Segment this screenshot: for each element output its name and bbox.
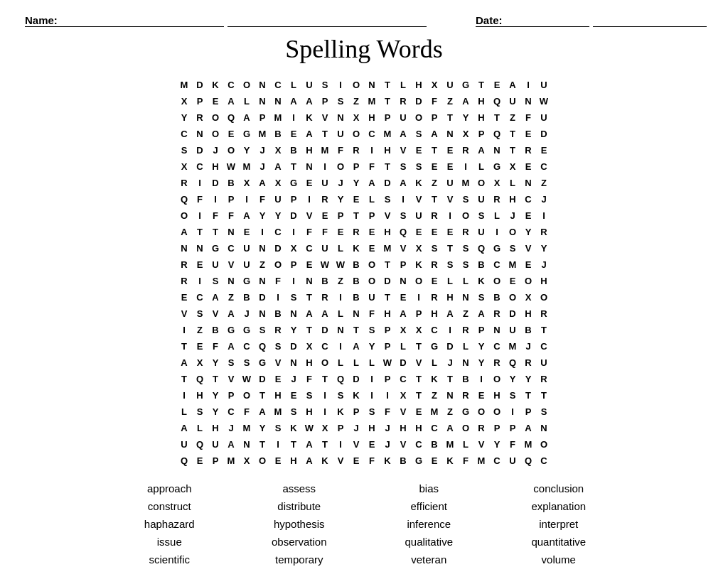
grid-cell: A (301, 93, 317, 109)
grid-cell: B (348, 256, 364, 272)
grid-cell: A (505, 77, 520, 92)
grid-cell: A (223, 305, 239, 321)
grid-cell: M (458, 175, 473, 190)
grid-cell: M (520, 436, 536, 452)
grid-cell: S (364, 322, 380, 337)
grid-cell: Y (255, 420, 270, 436)
grid-cell: X (239, 453, 255, 468)
grid-cell: S (458, 240, 473, 256)
grid-cell: F (364, 305, 380, 321)
grid-cell: S (270, 338, 286, 354)
grid-cell: R (317, 191, 333, 207)
grid-cell: C (192, 158, 208, 174)
grid-cell: D (192, 77, 208, 92)
grid-cell: A (176, 224, 192, 239)
grid-cell: I (286, 273, 301, 288)
grid-cell: D (317, 322, 333, 337)
grid-cell: M (239, 158, 255, 174)
grid-cell: A (301, 126, 317, 141)
grid-cell: A (395, 126, 411, 141)
grid-cell: C (223, 77, 239, 92)
grid-cell: U (536, 355, 552, 370)
grid-cell: Q (176, 191, 192, 207)
grid-cell: H (489, 387, 505, 403)
grid-cell: T (536, 387, 552, 403)
grid-cell: L (364, 355, 380, 370)
list-item: issue (108, 536, 231, 548)
grid-cell: R (192, 109, 208, 125)
grid-cell: E (208, 93, 223, 109)
grid-cell: J (536, 256, 552, 272)
grid-cell: C (427, 420, 442, 436)
grid-cell: W (317, 256, 333, 272)
grid-cell: A (395, 175, 411, 190)
grid-cell: V (223, 371, 239, 386)
grid-cell: S (473, 289, 489, 305)
list-item: construct (108, 500, 231, 512)
grid-cell: C (411, 436, 427, 452)
grid-cell: F (255, 191, 270, 207)
grid-cell: P (286, 191, 301, 207)
page-title: Spelling Words (21, 34, 707, 64)
grid-cell: U (395, 109, 411, 125)
grid-cell: O (473, 175, 489, 190)
grid-cell: I (333, 77, 348, 92)
grid-cell: K (348, 387, 364, 403)
grid-cell: A (176, 355, 192, 370)
grid-cell: Y (348, 175, 364, 190)
grid-cell: O (489, 404, 505, 419)
grid-cell: D (505, 305, 520, 321)
grid-cell: N (458, 355, 473, 370)
grid-cell: Z (442, 404, 458, 419)
grid-cell: O (505, 289, 520, 305)
grid-cell: Q (395, 224, 411, 239)
grid-cell: R (536, 224, 552, 239)
grid-cell: A (286, 93, 301, 109)
grid-cell: N (520, 175, 536, 190)
grid-cell: U (536, 77, 552, 92)
grid-cell: P (286, 256, 301, 272)
grid-cell: P (411, 305, 427, 321)
grid-cell: T (380, 289, 395, 305)
grid-cell: M (427, 404, 442, 419)
grid-cell: U (505, 93, 520, 109)
grid-cell: N (395, 273, 411, 288)
grid-cell: S (223, 355, 239, 370)
grid-cell: T (442, 240, 458, 256)
grid-cell: Z (505, 109, 520, 125)
grid-cell: R (427, 289, 442, 305)
grid-cell: L (395, 77, 411, 92)
grid-cell: L (473, 158, 489, 174)
grid-cell: I (520, 77, 536, 92)
grid-cell: I (286, 109, 301, 125)
grid-cell: E (505, 273, 520, 288)
grid-cell: N (364, 77, 380, 92)
grid-cell: K (427, 371, 442, 386)
grid-cell: Y (176, 109, 192, 125)
grid-cell: V (395, 436, 411, 452)
grid-cell: S (286, 404, 301, 419)
grid-cell: P (192, 93, 208, 109)
grid-cell: O (348, 126, 364, 141)
grid-cell: T (427, 142, 442, 158)
grid-cell: A (473, 142, 489, 158)
grid-cell: U (473, 191, 489, 207)
grid-cell: I (380, 387, 395, 403)
grid-cell: Y (489, 436, 505, 452)
grid-cell: L (427, 355, 442, 370)
grid-cell: A (223, 338, 239, 354)
grid-cell: Z (333, 273, 348, 288)
grid-cell: F (458, 453, 473, 468)
grid-cell: I (333, 436, 348, 452)
grid-cell: S (411, 126, 427, 141)
grid-cell: E (411, 142, 427, 158)
grid-cell: Z (255, 256, 270, 272)
grid-cell: X (270, 142, 286, 158)
grid-cell: W (380, 355, 395, 370)
grid-cell: R (317, 289, 333, 305)
grid-cell: O (270, 256, 286, 272)
grid-cell: L (286, 77, 301, 92)
grid-cell: K (380, 453, 395, 468)
list-item: volume (498, 553, 621, 566)
grid-cell: J (255, 142, 270, 158)
